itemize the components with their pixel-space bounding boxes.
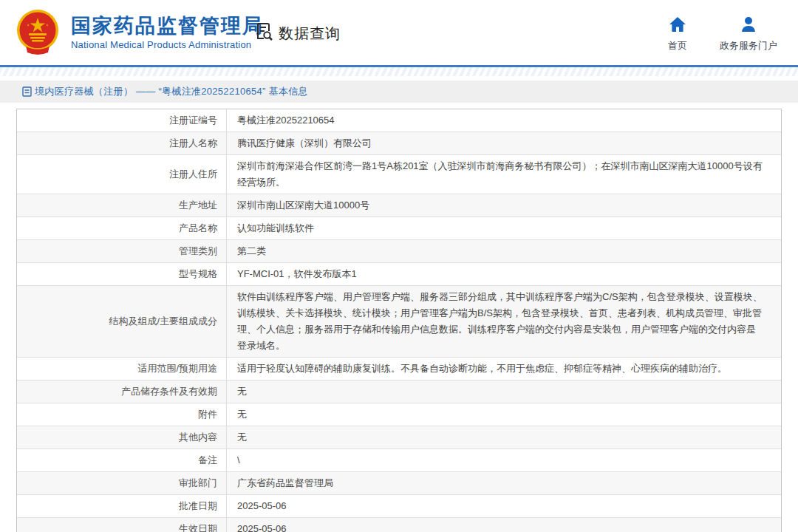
row-value-cell: 无 xyxy=(226,403,781,426)
row-label-cell: 注册人住所 xyxy=(17,155,226,194)
table-row: 型号规格 YF-MCI-01，软件发布版本1 xyxy=(17,263,781,286)
data-query-tab[interactable]: 数据查询 xyxy=(253,21,341,45)
row-value-cell: 软件由训练程序客户端、用户管理客户端、服务器三部分组成，其中训练程序客户端为C/… xyxy=(226,286,781,357)
row-label-cell: 产品名称 xyxy=(17,217,226,239)
site-header: 国家药品监督管理局 National Medical Products Admi… xyxy=(0,0,798,65)
row-label-cell: 备注 xyxy=(17,449,226,471)
table-row: 生效日期 2025-05-06 xyxy=(17,518,781,532)
row-label-cell: 结构及组成/主要组成成分 xyxy=(17,286,226,357)
row-value-cell: 2025-05-06 xyxy=(226,518,781,532)
table-row: 产品储存条件及有效期 无 xyxy=(17,381,781,403)
table-row: 备注 \ xyxy=(17,449,781,472)
row-value-cell: 粤械注准20252210654 xyxy=(226,109,781,132)
nav-item-label: 首页 xyxy=(668,39,687,52)
row-value-cell: YF-MCI-01，软件发布版本1 xyxy=(226,263,781,285)
home-icon xyxy=(669,16,686,35)
table-row: 其他内容 无 xyxy=(17,426,781,449)
user-icon xyxy=(740,16,757,35)
table-row: 产品名称 认知功能训练软件 xyxy=(17,217,781,240)
table-row: 适用范围/预期用途 适用于轻度认知障碍的辅助康复训练。不具备自动诊断功能，不用于… xyxy=(17,358,781,381)
row-value-cell: 2025-05-06 xyxy=(226,495,781,517)
site-title: 国家药品监督管理局 National Medical Products Admi… xyxy=(71,13,264,52)
row-label-cell: 型号规格 xyxy=(17,263,226,285)
table-row: 注册人名称 腾讯医疗健康（深圳）有限公司 xyxy=(17,132,781,155)
info-table: 注册证编号 粤械注准20252210654 注册人名称 腾讯医疗健康（深圳）有限… xyxy=(16,109,782,532)
row-label-cell: 注册人名称 xyxy=(17,132,226,154)
table-row: 附件 无 xyxy=(17,403,781,426)
breadcrumb-text[interactable]: 境内医疗器械（注册） —— “粤械注准20252210654” 基本信息 xyxy=(35,85,308,98)
row-value-cell: 深圳市南山区深南大道10000号 xyxy=(226,194,781,216)
row-label-cell: 批准日期 xyxy=(17,495,226,517)
table-row: 批准日期 2025-05-06 xyxy=(17,495,781,518)
nav-item-label: 政务服务门户 xyxy=(720,39,777,52)
row-value-cell: \ xyxy=(226,449,781,471)
row-label-cell: 其他内容 xyxy=(17,426,226,449)
row-label-cell: 审批部门 xyxy=(17,472,226,494)
table-row: 生产地址 深圳市南山区深南大道10000号 xyxy=(17,194,781,217)
header-nav: 首页 政务服务门户 xyxy=(661,16,777,52)
document-icon xyxy=(22,86,32,97)
content-area: 注册证编号 粤械注准20252210654 注册人名称 腾讯医疗健康（深圳）有限… xyxy=(16,109,782,532)
breadcrumb: 境内医疗器械（注册） —— “粤械注准20252210654” 基本信息 xyxy=(0,81,798,103)
row-label-cell: 生产地址 xyxy=(17,194,226,216)
nav-item-home[interactable]: 首页 xyxy=(661,16,695,52)
data-query-label: 数据查询 xyxy=(279,24,341,44)
document-search-icon xyxy=(253,21,274,45)
row-value-cell: 认知功能训练软件 xyxy=(226,217,781,239)
site-title-en: National Medical Products Administration xyxy=(71,38,264,52)
nav-item-portal[interactable]: 政务服务门户 xyxy=(720,16,777,52)
row-label-cell: 产品储存条件及有效期 xyxy=(17,381,226,403)
row-label-cell: 注册证编号 xyxy=(17,109,226,132)
row-label-cell: 适用范围/预期用途 xyxy=(17,358,226,380)
row-value-cell: 腾讯医疗健康（深圳）有限公司 xyxy=(226,132,781,154)
row-label-cell: 附件 xyxy=(17,403,226,426)
row-value-cell: 适用于轻度认知障碍的辅助康复训练。不具备自动诊断功能，不用于焦虑症、抑郁症等精神… xyxy=(226,358,781,380)
nmpa-logo-link[interactable]: 国家药品监督管理局 National Medical Products Admi… xyxy=(15,9,264,56)
table-row: 审批部门 广东省药品监督管理局 xyxy=(17,472,781,495)
row-label-cell: 管理类别 xyxy=(17,240,226,262)
row-value-cell: 无 xyxy=(226,381,781,403)
table-row: 注册证编号 粤械注准20252210654 xyxy=(17,109,781,132)
row-value-cell: 深圳市前海深港合作区前湾一路1号A栋201室（入驻深圳市前海商务秘书有限公司）；… xyxy=(226,155,781,194)
row-value-cell: 广东省药品监督管理局 xyxy=(226,472,781,494)
row-value-cell: 无 xyxy=(226,426,781,449)
site-title-cn: 国家药品监督管理局 xyxy=(71,13,264,38)
national-emblem-icon xyxy=(15,9,61,56)
table-row: 注册人住所 深圳市前海深港合作区前湾一路1号A栋201室（入驻深圳市前海商务秘书… xyxy=(17,155,781,194)
row-label-cell: 生效日期 xyxy=(17,518,226,532)
hatch-band xyxy=(0,67,798,76)
table-row: 结构及组成/主要组成成分 软件由训练程序客户端、用户管理客户端、服务器三部分组成… xyxy=(17,286,781,358)
row-value-cell: 第二类 xyxy=(226,240,781,262)
table-row: 管理类别 第二类 xyxy=(17,240,781,263)
